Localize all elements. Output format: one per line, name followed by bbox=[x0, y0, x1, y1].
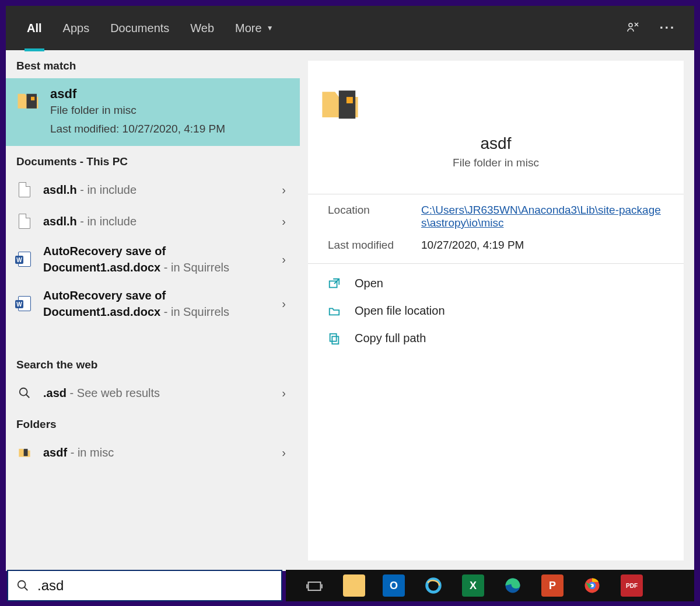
task-view-icon[interactable] bbox=[303, 574, 326, 597]
outlook-icon[interactable]: O bbox=[383, 574, 405, 597]
location-label: Location bbox=[328, 204, 421, 229]
action-open[interactable]: Open bbox=[308, 270, 684, 297]
search-icon bbox=[16, 579, 29, 592]
powerpoint-icon[interactable]: P bbox=[541, 574, 564, 597]
svg-point-0 bbox=[629, 23, 632, 27]
pdf-icon[interactable]: PDF bbox=[621, 574, 643, 597]
folder-open-icon bbox=[328, 305, 342, 318]
section-search-web: Search the web bbox=[6, 349, 300, 377]
open-icon bbox=[328, 277, 342, 290]
svg-rect-1 bbox=[27, 94, 37, 109]
preview-subtitle: File folder in misc bbox=[320, 156, 672, 169]
feedback-icon[interactable] bbox=[626, 21, 640, 35]
modified-label: Last modified bbox=[328, 239, 421, 252]
section-documents: Documents - This PC bbox=[6, 146, 300, 174]
tab-web[interactable]: Web bbox=[180, 6, 225, 50]
section-folders: Folders bbox=[6, 409, 300, 437]
best-match-title: asdf bbox=[50, 86, 225, 102]
tab-apps[interactable]: Apps bbox=[52, 6, 100, 50]
search-input[interactable] bbox=[37, 577, 273, 594]
doc-result[interactable]: asdl.h - in include › bbox=[6, 206, 300, 237]
folder-icon bbox=[16, 86, 40, 135]
preview-pane: asdf File folder in misc Location C:\Use… bbox=[308, 61, 684, 560]
svg-rect-4 bbox=[24, 449, 28, 456]
svg-rect-8 bbox=[332, 336, 338, 344]
preview-modified-row: Last modified 10/27/2020, 4:19 PM bbox=[308, 229, 684, 252]
chevron-right-icon[interactable]: › bbox=[282, 183, 289, 197]
search-tabbar: All Apps Documents Web More▼ ··· bbox=[6, 6, 694, 50]
chrome-icon[interactable] bbox=[581, 574, 603, 597]
action-open-location[interactable]: Open file location bbox=[308, 297, 684, 325]
svg-rect-11 bbox=[309, 582, 321, 590]
file-explorer-icon[interactable] bbox=[343, 574, 365, 597]
internet-explorer-icon[interactable] bbox=[422, 574, 444, 597]
chevron-down-icon: ▼ bbox=[267, 24, 274, 32]
svg-rect-6 bbox=[346, 97, 353, 103]
modified-value: 10/27/2020, 4:19 PM bbox=[421, 239, 664, 252]
folder-result[interactable]: asdf - in misc › bbox=[6, 437, 300, 468]
svg-point-3 bbox=[20, 388, 27, 396]
chevron-right-icon[interactable]: › bbox=[282, 446, 289, 459]
folder-icon bbox=[16, 446, 33, 459]
word-icon bbox=[16, 252, 33, 267]
tab-more[interactable]: More▼ bbox=[225, 6, 284, 50]
tab-documents[interactable]: Documents bbox=[100, 6, 180, 50]
preview-folder-icon bbox=[320, 83, 360, 124]
web-result[interactable]: .asd - See web results › bbox=[6, 377, 300, 409]
results-list: Best match asdf File folder in misc Last… bbox=[6, 50, 300, 571]
chevron-right-icon[interactable]: › bbox=[282, 297, 289, 311]
word-icon bbox=[16, 296, 33, 311]
file-icon bbox=[16, 214, 33, 229]
doc-result[interactable]: AutoRecovery save of Document1.asd.docx … bbox=[6, 281, 300, 326]
search-results-panel: All Apps Documents Web More▼ ··· Best ma… bbox=[6, 6, 694, 571]
search-icon bbox=[16, 386, 33, 399]
svg-rect-5 bbox=[339, 90, 355, 119]
search-bar[interactable] bbox=[7, 570, 282, 601]
more-options-icon[interactable]: ··· bbox=[660, 20, 676, 36]
best-match-item[interactable]: asdf File folder in misc Last modified: … bbox=[6, 78, 300, 146]
chevron-right-icon[interactable]: › bbox=[282, 253, 289, 266]
location-link[interactable]: C:\Users\JR635WN\Anaconda3\Lib\site-pack… bbox=[421, 204, 664, 229]
taskbar: O X P PDF bbox=[286, 570, 694, 601]
preview-title: asdf bbox=[320, 134, 672, 153]
section-best-match: Best match bbox=[6, 50, 300, 78]
edge-icon[interactable] bbox=[502, 574, 524, 597]
file-icon bbox=[16, 182, 33, 197]
doc-result[interactable]: asdl.h - in include › bbox=[6, 174, 300, 206]
svg-point-10 bbox=[18, 581, 26, 588]
chevron-right-icon[interactable]: › bbox=[282, 386, 289, 400]
best-match-subtitle: File folder in misc bbox=[50, 104, 225, 117]
svg-rect-9 bbox=[330, 333, 337, 341]
preview-location-row: Location C:\Users\JR635WN\Anaconda3\Lib\… bbox=[308, 194, 684, 229]
best-match-modified: Last modified: 10/27/2020, 4:19 PM bbox=[50, 123, 225, 135]
doc-result[interactable]: AutoRecovery save of Document1.asd.docx … bbox=[6, 237, 300, 281]
copy-icon bbox=[328, 332, 342, 345]
action-copy-path[interactable]: Copy full path bbox=[308, 325, 684, 352]
excel-icon[interactable]: X bbox=[462, 574, 484, 597]
svg-rect-2 bbox=[31, 97, 34, 100]
tab-all[interactable]: All bbox=[16, 6, 52, 50]
chevron-right-icon[interactable]: › bbox=[282, 215, 289, 228]
